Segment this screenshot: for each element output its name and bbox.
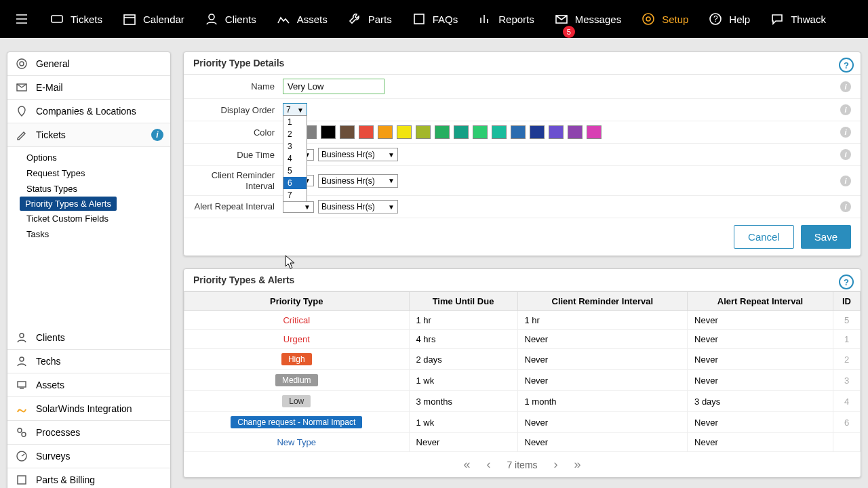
help-icon[interactable]: ? [839,58,854,73]
table-row[interactable]: Change request - Normal Impact1 wkNeverN… [184,412,861,433]
pager-last[interactable]: » [574,458,581,472]
dropdown-option[interactable]: 7 [283,189,307,201]
nav-help[interactable]: ? Help [699,5,758,33]
nav-assets[interactable]: Assets [267,5,336,33]
name-input[interactable] [283,79,384,94]
color-swatch[interactable] [530,125,545,139]
color-swatch[interactable] [359,125,374,139]
table-row[interactable]: Urgent4 hrsNeverNever1 [184,330,861,349]
nav-reports[interactable]: Reports [469,5,542,33]
label-due-time: Due Time [193,150,275,160]
clients-icon [203,11,220,27]
table-row[interactable]: Medium1 wkNeverNever3 [184,370,861,391]
setup-sidebar: General E-Mail Companies & Locations Tic… [7,52,171,488]
col-alert-repeat[interactable]: Alert Repeat Interval [688,292,833,311]
color-swatch[interactable] [492,125,507,139]
color-swatch[interactable] [568,125,583,139]
dropdown-option[interactable]: 3 [283,140,307,152]
color-swatch[interactable] [397,125,412,139]
nav-thwack[interactable]: Thwack [761,5,834,33]
dropdown-option[interactable]: 5 [283,165,307,177]
svg-point-16 [22,432,26,436]
table-cell: 1 wk [409,412,517,433]
pager-first[interactable]: « [463,458,470,472]
alert-repeat-value-select[interactable]: ▼ [283,201,314,213]
table-cell: Never [688,433,833,452]
sidebar-item-parts-billing[interactable]: Parts & Billing [7,468,170,488]
sidebar-item-tickets[interactable]: Tickets i [7,123,170,147]
due-time-unit-select[interactable]: Business Hr(s)▼ [318,148,398,161]
col-time-until-due[interactable]: Time Until Due [409,292,517,311]
dropdown-option[interactable]: 4 [283,152,307,165]
nav-messages[interactable]: Messages 5 [545,5,629,33]
nav-setup[interactable]: Setup [632,5,696,33]
color-swatch[interactable] [473,125,488,139]
col-client-reminder[interactable]: Client Reminder Interval [517,292,688,311]
hamburger-menu[interactable] [5,5,38,33]
info-icon[interactable]: i [840,127,851,138]
color-swatches [283,125,601,139]
sidebar-item-assets[interactable]: Assets [7,373,170,397]
sidebar-item-techs[interactable]: Techs [7,350,170,373]
info-icon[interactable]: i [840,201,851,212]
nav-tickets[interactable]: Tickets [41,5,111,33]
col-id[interactable]: ID [833,292,861,311]
dropdown-option[interactable]: 2 [283,128,307,140]
solarwinds-icon [14,401,29,416]
sidebar-item-surveys[interactable]: Surveys [7,445,170,468]
color-swatch[interactable] [378,125,393,139]
nav-parts[interactable]: Parts [338,5,400,33]
sidebar-item-companies[interactable]: Companies & Locations [7,100,170,123]
nav-calendar[interactable]: Calendar [113,5,193,33]
sub-item-request-types[interactable]: Request Types [20,165,170,181]
client-reminder-unit-select[interactable]: Business Hr(s)▼ [318,174,398,188]
sub-item-tasks[interactable]: Tasks [20,226,170,242]
col-priority-type[interactable]: Priority Type [184,292,410,311]
info-icon[interactable]: i [840,104,851,115]
table-row[interactable]: New TypeNeverNeverNever [184,433,861,452]
table-row[interactable]: Low3 months1 month3 days4 [184,391,861,412]
sub-item-custom-fields[interactable]: Ticket Custom Fields [20,211,170,226]
table-cell: Never [517,412,688,433]
dropdown-option[interactable]: 1 [283,116,307,128]
help-icon[interactable]: ? [839,274,854,289]
sidebar-item-email[interactable]: E-Mail [7,76,170,100]
alert-repeat-unit-select[interactable]: Business Hr(s)▼ [318,200,398,214]
color-swatch[interactable] [587,125,601,139]
color-swatch[interactable] [511,125,526,139]
sub-item-status-types[interactable]: Status Types [20,181,170,197]
color-swatch[interactable] [435,125,450,139]
sidebar-label: Techs [36,356,61,367]
sidebar-item-clients[interactable]: Clients [7,326,170,350]
sub-item-priority-types[interactable]: Priority Types & Alerts [20,197,117,211]
info-icon[interactable]: i [840,176,851,186]
table-cell: Never [517,433,688,452]
color-swatch[interactable] [340,125,355,139]
nav-label: Tickets [71,14,102,25]
sub-item-options[interactable]: Options [20,150,170,165]
cancel-button[interactable]: Cancel [734,225,794,249]
nav-clients[interactable]: Clients [195,5,264,33]
sidebar-label: Surveys [36,451,71,462]
sidebar-item-solarwinds[interactable]: SolarWinds Integration [7,397,170,421]
info-icon[interactable]: i [840,149,851,160]
table-row[interactable]: High2 daysNeverNever2 [184,349,861,370]
display-order-select[interactable]: 7▼ [283,103,307,117]
pager-prev[interactable]: ‹ [486,458,490,472]
mail-icon [14,80,29,95]
dropdown-option[interactable]: 6 [283,177,307,189]
color-swatch[interactable] [321,125,336,139]
table-cell: Never [517,349,688,370]
messages-badge: 5 [563,26,575,38]
color-swatch[interactable] [549,125,564,139]
sidebar-item-general[interactable]: General [7,52,170,76]
color-swatch[interactable] [454,125,469,139]
nav-faqs[interactable]: FAQs [403,5,467,33]
save-button[interactable]: Save [801,225,851,249]
info-icon[interactable]: i [840,81,851,92]
table-row[interactable]: Critical1 hr1 hrNever5 [184,311,861,330]
color-swatch[interactable] [416,125,431,139]
sidebar-item-processes[interactable]: Processes [7,421,170,445]
pager-next[interactable]: › [554,458,558,472]
sidebar-label: Parts & Billing [36,474,95,485]
